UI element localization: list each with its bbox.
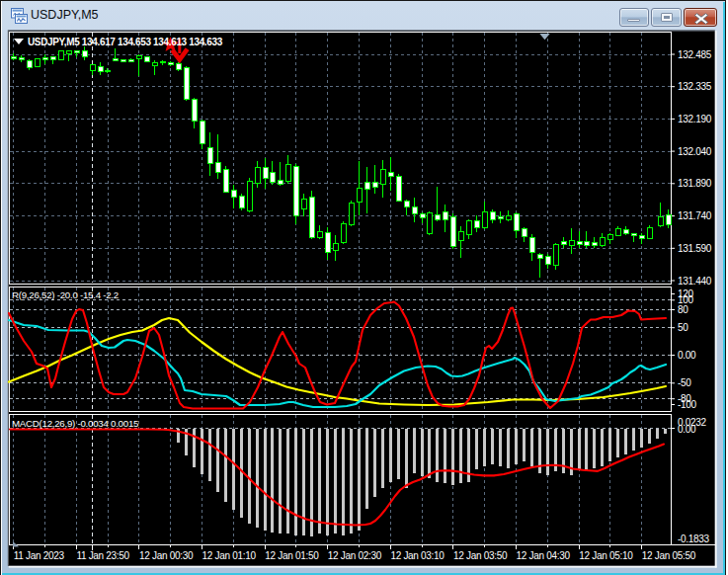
svg-text:-50: -50 xyxy=(678,377,691,388)
svg-text:0.00: 0.00 xyxy=(678,424,696,435)
svg-text:-100: -100 xyxy=(678,399,697,410)
svg-text:12 Jan 02:30: 12 Jan 02:30 xyxy=(328,550,382,561)
svg-text:131.890: 131.890 xyxy=(678,178,712,189)
svg-text:12 Jan 05:10: 12 Jan 05:10 xyxy=(579,550,633,561)
svg-text:12 Jan 05:50: 12 Jan 05:50 xyxy=(642,550,696,561)
svg-text:131.440: 131.440 xyxy=(678,276,712,287)
svg-text:R(9,26,52) -20.0 -15.4 -2.2: R(9,26,52) -20.0 -15.4 -2.2 xyxy=(12,289,119,300)
svg-text:132.335: 132.335 xyxy=(678,81,712,92)
svg-text:12 Jan 01:10: 12 Jan 01:10 xyxy=(202,550,257,561)
svg-text:12 Jan 04:30: 12 Jan 04:30 xyxy=(517,550,571,561)
svg-text:0.00: 0.00 xyxy=(678,350,696,361)
svg-text:12 Jan 01:50: 12 Jan 01:50 xyxy=(265,550,319,561)
svg-text:12 Jan 00:30: 12 Jan 00:30 xyxy=(139,550,194,561)
svg-text:12 Jan 03:50: 12 Jan 03:50 xyxy=(453,550,508,561)
svg-text:MACD(12,26,9) -0.0034 0.0015: MACD(12,26,9) -0.0034 0.0015 xyxy=(12,418,138,429)
svg-text:-0.1833: -0.1833 xyxy=(678,534,710,544)
svg-text:12 Jan 03:10: 12 Jan 03:10 xyxy=(390,550,445,561)
svg-text:132.190: 132.190 xyxy=(678,114,712,124)
svg-text:80: 80 xyxy=(678,304,688,315)
svg-text:132.485: 132.485 xyxy=(678,49,712,60)
svg-text:50: 50 xyxy=(678,322,688,333)
svg-text:131.590: 131.590 xyxy=(678,243,712,254)
svg-text:USDJPY,M5 134.617 134.653 134: USDJPY,M5 134.617 134.653 134.613 134.63… xyxy=(28,37,223,47)
svg-text:11 Jan 23:50: 11 Jan 23:50 xyxy=(76,550,129,561)
svg-text:131.740: 131.740 xyxy=(678,210,712,221)
svg-text:11 Jan 2023: 11 Jan 2023 xyxy=(14,550,65,561)
svg-text:132.040: 132.040 xyxy=(678,146,712,157)
